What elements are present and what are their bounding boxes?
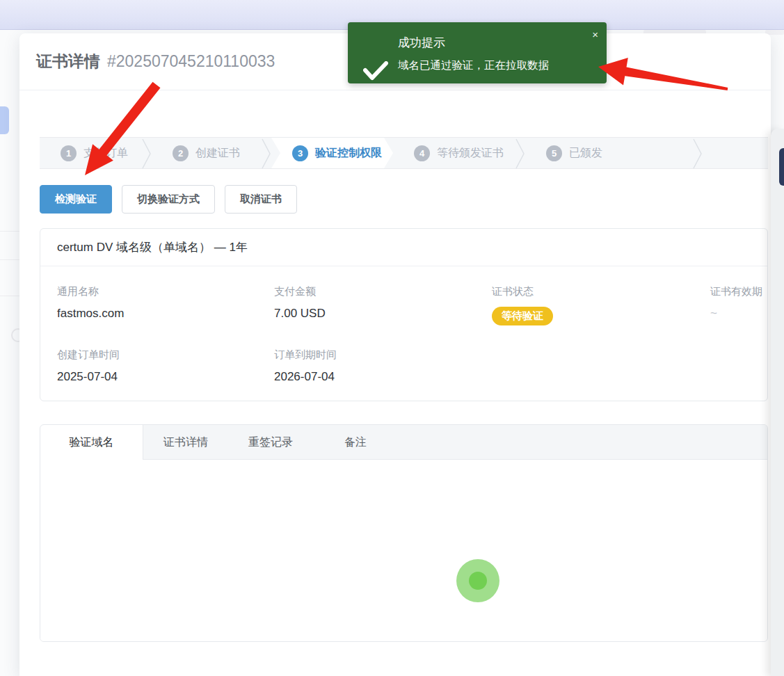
side-drawer-button[interactable] [779,148,784,186]
field-certificate-status: 证书状态 等待验证 [492,285,710,325]
step-tail [703,138,768,168]
field-certificate-validity: 证书有效期 ~ [710,285,767,325]
step-verify-control: 3 验证控制权限 [271,138,393,168]
field-order-expire-time: 订单到期时间 2026-07-04 [274,348,492,384]
step-separator-chevron [262,138,271,169]
detail-tabs-card: 验证域名 证书详情 重签记录 备注 [40,424,768,642]
tab-verify-domain[interactable]: 验证域名 [40,425,143,460]
verify-check-button[interactable]: 检测验证 [40,185,112,214]
step-number-badge: 5 [546,145,562,161]
success-toast: 成功提示 域名已通过验证，正在拉取数据 × [348,22,607,83]
loading-spinner-core [469,572,487,590]
order-number: #202507045210110033 [107,52,275,71]
toast-title: 成功提示 [398,35,445,51]
step-number-badge: 2 [173,145,189,161]
background-button-sliver [0,106,9,134]
step-create-cert: 2 创建证书 [152,138,271,168]
field-common-name: 通用名称 fastmos.com [57,285,274,325]
step-separator-chevron [515,138,525,169]
action-bar: 检测验证 切换验证方式 取消证书 [40,185,297,214]
page: 证书详情 #202507045210110033 1 支付订单 2 创建证书 3… [0,0,784,676]
step-separator-chevron [693,138,703,169]
step-number-badge: 4 [414,145,430,161]
progress-stepper: 1 支付订单 2 创建证书 3 验证控制权限 4 等待颁发证书 5 已颁发 [40,137,768,169]
tab-panel-verify-domain [40,460,767,642]
switch-verification-method-button[interactable]: 切换验证方式 [122,185,215,214]
step-wait-issue: 4 等待颁发证书 [393,138,525,168]
cancel-certificate-button[interactable]: 取消证书 [225,185,297,214]
check-icon [363,61,388,82]
step-separator-chevron [142,138,152,169]
tab-bar: 验证域名 证书详情 重签记录 备注 [40,425,767,460]
tab-remarks[interactable]: 备注 [313,425,398,460]
background-divider [0,231,19,232]
field-order-created-time: 创建订单时间 2025-07-04 [57,348,274,384]
field-payment-amount: 支付金额 7.00 USD [274,285,492,325]
background-divider [0,296,19,296]
toast-message: 域名已通过验证，正在拉取数据 [398,58,549,73]
modal-title: 证书详情 [36,51,100,72]
certificate-info-card: certum DV 域名级（单域名） — 1年 通用名称 fastmos.com… [40,228,768,401]
step-number-badge: 3 [292,145,308,161]
certificate-fields: 通用名称 fastmos.com 支付金额 7.00 USD 证书状态 等待验证… [40,266,767,384]
close-icon[interactable]: × [592,29,598,40]
certificate-detail-modal: 证书详情 #202507045210110033 1 支付订单 2 创建证书 3… [19,33,771,676]
status-badge: 等待验证 [492,307,553,325]
step-number-badge: 1 [61,145,77,161]
tab-certificate-detail[interactable]: 证书详情 [143,425,228,460]
step-issued: 5 已颁发 [525,138,703,168]
product-name: certum DV 域名级（单域名） — 1年 [40,229,767,266]
loading-spinner [456,559,499,602]
background-divider [0,259,19,260]
tab-reissue-records[interactable]: 重签记录 [228,425,313,460]
step-pay-order: 1 支付订单 [40,138,152,168]
side-floating-panel [771,129,784,676]
